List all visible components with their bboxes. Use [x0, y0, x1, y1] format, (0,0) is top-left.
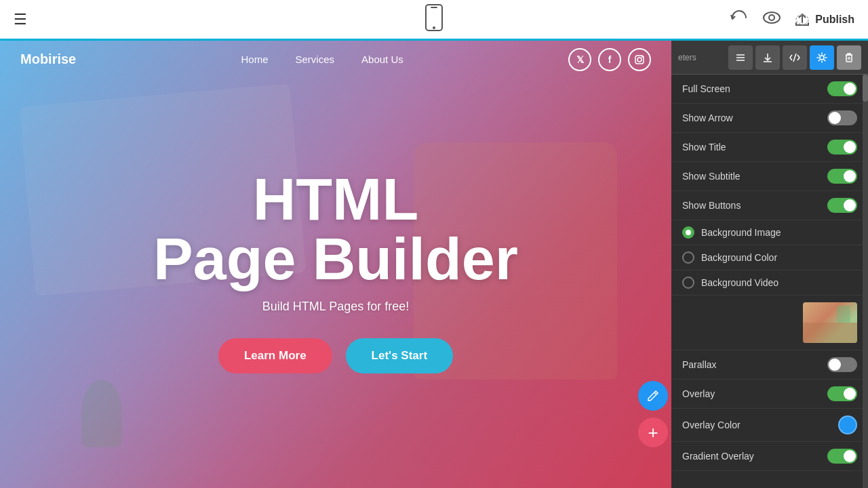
lets-start-button[interactable]: Let's Start [346, 338, 453, 373]
social-icons: 𝕏 f [568, 48, 651, 71]
svg-point-3 [764, 12, 780, 23]
bg-plant-shape [81, 380, 122, 447]
code-tool-button[interactable] [783, 45, 807, 70]
svg-point-15 [820, 56, 824, 60]
nav-link-about[interactable]: About Us [361, 54, 403, 65]
hero-nav: Mobirise Home Services About Us 𝕏 f [0, 41, 671, 78]
params-label: eters [678, 53, 696, 62]
facebook-icon[interactable]: f [598, 48, 621, 71]
menu-icon[interactable]: ☰ [14, 11, 27, 28]
parallax-label: Parallax [682, 359, 717, 370]
overlay-label: Overlay [682, 388, 715, 399]
learn-more-button[interactable]: Learn More [218, 338, 332, 373]
show-subtitle-toggle[interactable] [827, 169, 857, 184]
top-toolbar: ☰ [0, 0, 868, 41]
thumbnail-area [671, 296, 868, 350]
show-arrow-label: Show Arrow [682, 113, 733, 123]
edit-fab-button[interactable] [638, 381, 668, 411]
settings-panel: eters Full Screen [671, 41, 868, 488]
hero-buttons: Learn More Let's Start [218, 338, 453, 373]
nav-links: Home Services About Us [241, 54, 403, 65]
add-fab-button[interactable]: + [638, 418, 668, 447]
show-subtitle-row: Show Subtitle [671, 162, 868, 191]
overlay-toggle[interactable] [827, 386, 857, 401]
bg-color-radio[interactable] [682, 251, 694, 264]
svg-line-19 [654, 392, 656, 394]
fab-area: + [638, 381, 668, 447]
bg-thumbnail[interactable] [803, 302, 857, 343]
show-subtitle-label: Show Subtitle [682, 171, 741, 182]
show-arrow-toggle[interactable] [827, 110, 857, 125]
bg-image-radio[interactable] [682, 226, 694, 239]
bg-image-row[interactable]: Background Image [671, 220, 868, 245]
overlay-color-row: Overlay Color [671, 409, 868, 442]
settings-tool-button[interactable] [810, 45, 834, 70]
svg-line-14 [793, 54, 796, 62]
bg-video-row[interactable]: Background Video [671, 270, 868, 296]
panel-scrollbar-thumb[interactable] [863, 75, 868, 102]
show-buttons-label: Show Buttons [682, 200, 741, 211]
panel-toolbar: eters [671, 41, 868, 75]
delete-tool-button[interactable] [837, 45, 861, 70]
gradient-overlay-row: Gradient Overlay [671, 442, 868, 471]
instagram-icon[interactable] [628, 48, 651, 71]
bg-image-label: Background Image [701, 227, 781, 238]
parallax-row: Parallax [671, 350, 868, 380]
undo-icon[interactable] [730, 9, 749, 29]
show-title-label: Show Title [682, 142, 726, 152]
bg-video-radio[interactable] [682, 277, 694, 289]
show-buttons-toggle[interactable] [827, 198, 857, 213]
svg-point-2 [433, 26, 435, 29]
mobile-preview-icon[interactable] [425, 17, 443, 35]
hero-content: HTML Page Builder Build HTML Pages for f… [113, 169, 559, 373]
twitter-icon[interactable]: 𝕏 [568, 48, 591, 71]
svg-rect-16 [846, 55, 852, 62]
hero-section: Mobirise Home Services About Us 𝕏 f [0, 41, 671, 488]
show-title-toggle[interactable] [827, 140, 857, 155]
full-screen-toggle[interactable] [827, 81, 857, 96]
parallax-toggle[interactable] [827, 357, 857, 372]
site-logo: Mobirise [20, 52, 76, 67]
download-tool-button[interactable] [755, 45, 780, 70]
overlay-color-label: Overlay Color [682, 420, 741, 430]
full-screen-label: Full Screen [682, 83, 730, 94]
nav-link-services[interactable]: Services [296, 54, 335, 65]
show-buttons-row: Show Buttons [671, 191, 868, 220]
bg-color-row[interactable]: Background Color [671, 245, 868, 270]
bg-color-label: Background Color [701, 252, 777, 263]
publish-label: Publish [815, 14, 854, 26]
main-area: Mobirise Home Services About Us 𝕏 f [0, 41, 868, 488]
overlay-row: Overlay [671, 380, 868, 409]
full-screen-row: Full Screen [671, 75, 868, 104]
gradient-overlay-toggle[interactable] [827, 449, 857, 464]
hero-subtitle: Build HTML Pages for free! [262, 300, 409, 314]
hero-title: HTML Page Builder [153, 169, 518, 289]
panel-content: Full Screen Show Arrow Show Title [671, 75, 868, 488]
svg-point-7 [637, 58, 642, 62]
bg-video-label: Background Video [701, 277, 778, 288]
preview-icon[interactable] [762, 11, 781, 28]
svg-point-8 [642, 56, 643, 58]
gradient-overlay-label: Gradient Overlay [682, 451, 754, 462]
svg-point-4 [769, 15, 774, 20]
overlay-color-picker[interactable] [838, 415, 857, 434]
reorder-tool-button[interactable] [728, 45, 753, 70]
show-arrow-row: Show Arrow [671, 104, 868, 133]
panel-scrollbar[interactable] [863, 75, 868, 488]
nav-link-home[interactable]: Home [241, 54, 269, 65]
show-title-row: Show Title [671, 133, 868, 162]
publish-button[interactable]: Publish [795, 13, 854, 26]
